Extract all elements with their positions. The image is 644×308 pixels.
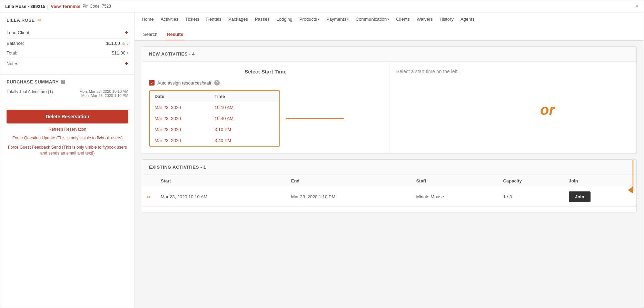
purchase-summary-badge[interactable]: i: [61, 80, 65, 84]
nav-packages[interactable]: Packages: [228, 16, 248, 22]
pin-code: Pin Code: 7528: [82, 4, 111, 9]
force-question-update-link[interactable]: Force Question Update (This is only visi…: [7, 135, 128, 141]
existing-activities-card: EXISTING ACTIVITIES - 1 Start End Staff …: [142, 159, 637, 212]
close-button[interactable]: ×: [636, 3, 639, 9]
time-row-date-2: Mar 23, 2020: [155, 127, 215, 132]
existing-table-header-row: Start End Staff Capacity Join: [142, 175, 636, 187]
force-feedback-send-link[interactable]: Force Guest Feedback Send (This is only …: [7, 145, 128, 156]
purchase-item-date1: Mon, Mar 23, 2020 10:10 AM: [79, 89, 128, 93]
time-row-date-0: Mar 23, 2020: [155, 105, 215, 110]
nav-waivers[interactable]: Waivers: [417, 16, 433, 22]
time-row-1[interactable]: Mar 23, 2020 10:40 AM: [150, 113, 279, 124]
edit-client-icon[interactable]: ✏: [38, 17, 42, 23]
time-row-time-3: 3:40 PM: [215, 138, 275, 143]
delete-reservation-button[interactable]: Delete Reservation: [7, 110, 128, 123]
balance-row: Balance: $11.00 ⚠ ›: [7, 39, 128, 48]
total-label: Total:: [7, 50, 17, 56]
view-terminal-link[interactable]: View Terminal: [51, 4, 80, 9]
existing-table-th-edit: [142, 175, 156, 187]
left-arrow-annotation: [286, 112, 348, 126]
nav-rentals[interactable]: Rentals: [206, 16, 221, 22]
sidebar-actions: Delete Reservation Refresh Reservation F…: [0, 104, 135, 161]
title-bar: Lilla Rose - 399215 | View Terminal Pin …: [0, 0, 644, 12]
balance-label: Balance:: [7, 41, 24, 46]
add-notes-icon[interactable]: +: [125, 60, 128, 67]
auto-assign-row: ✓ Auto assign resources/staff ?: [149, 80, 382, 86]
app-title: Lilla Rose - 399215: [5, 4, 45, 9]
col-date-header: Date: [155, 94, 215, 99]
nav-communication[interactable]: Communication ▾: [356, 16, 389, 22]
existing-start-0: Mar 23, 2020 10:10 AM: [156, 187, 286, 207]
time-row-time-1: 10:40 AM: [215, 116, 275, 121]
select-info-col: Select a start time on the left. or: [389, 62, 636, 153]
balance-arrow-icon[interactable]: ›: [127, 41, 128, 46]
tab-search[interactable]: Search: [142, 29, 159, 40]
sidebar: LILLA ROSE ✏ Lead Client: + Balance: $11…: [0, 12, 135, 308]
tab-results[interactable]: Results: [166, 29, 185, 40]
time-row-date-1: Mar 23, 2020: [155, 116, 215, 121]
nav-bar: Home Activities Tickets Rentals Packages…: [135, 12, 644, 26]
start-time-header: Select Start Time: [149, 69, 382, 74]
balance-value: $11.00: [106, 41, 120, 46]
auto-assign-checkbox[interactable]: ✓: [149, 80, 155, 86]
nav-passes[interactable]: Passes: [255, 16, 270, 22]
new-activities-body: Select Start Time ✓ Auto assign resource…: [142, 62, 636, 153]
payments-dropdown-arrow: ▾: [347, 17, 349, 21]
time-table-header: Date Time: [150, 91, 279, 102]
existing-capacity-0: 1 / 3: [498, 187, 564, 207]
lead-client-label: Lead Client:: [7, 30, 30, 35]
existing-table-th-join: Join: [564, 175, 636, 187]
start-time-col: Select Start Time ✓ Auto assign resource…: [142, 62, 389, 153]
warning-icon: ⚠: [121, 41, 126, 46]
time-row-time-2: 3:10 PM: [215, 127, 275, 132]
auto-assign-help-icon[interactable]: ?: [214, 80, 220, 86]
content-body: NEW ACTIVITIES - 4 Select Start Time ✓ A…: [135, 41, 644, 308]
edit-row-icon[interactable]: ✏: [147, 194, 151, 200]
nav-products[interactable]: Products ▾: [299, 16, 319, 22]
notes-row: Notes: +: [7, 58, 128, 69]
existing-activities-table: Start End Staff Capacity Join ✏: [142, 175, 636, 207]
time-row-0[interactable]: Mar 23, 2020 10:10 AM: [150, 102, 279, 113]
purchase-summary-title: PURCHASE SUMMARY: [7, 79, 59, 85]
nav-home[interactable]: Home: [142, 16, 154, 22]
or-label: or: [540, 102, 555, 118]
existing-activities-title: EXISTING ACTIVITIES - 1: [142, 160, 636, 175]
existing-activity-row-0: ✏ Mar 23, 2020 10:10 AM Mar 23, 2020 1:1…: [142, 187, 636, 207]
tabs-bar: Search Results: [135, 26, 644, 41]
nav-activities[interactable]: Activities: [161, 16, 178, 22]
content-area: Home Activities Tickets Rentals Packages…: [135, 12, 644, 308]
select-info-text: Select a start time on the left.: [396, 69, 459, 74]
nav-lodging[interactable]: Lodging: [277, 16, 293, 22]
refresh-reservation-link[interactable]: Refresh Reservation: [7, 127, 128, 132]
purchase-item: Totally Teal Adventure (1) Mon, Mar 23, …: [7, 88, 128, 99]
new-activities-card: NEW ACTIVITIES - 4 Select Start Time ✓ A…: [142, 46, 637, 154]
existing-staff-0: Minnie Mouse: [411, 187, 498, 207]
communication-dropdown-arrow: ▾: [387, 17, 389, 21]
existing-table-th-staff: Staff: [411, 175, 498, 187]
total-row: Total: $11.00 ›: [7, 48, 128, 58]
total-arrow-icon[interactable]: ›: [127, 50, 128, 56]
add-lead-client-icon[interactable]: +: [125, 29, 128, 36]
nav-agents[interactable]: Agents: [460, 16, 474, 22]
purchase-item-name: Totally Teal Adventure (1): [7, 89, 79, 94]
client-name: LILLA ROSE: [7, 18, 35, 23]
notes-label: Notes:: [7, 61, 20, 66]
nav-payments[interactable]: Payments ▾: [326, 16, 349, 22]
time-row-2[interactable]: Mar 23, 2020 3:10 PM: [150, 124, 279, 135]
new-activities-title: NEW ACTIVITIES - 4: [142, 47, 636, 62]
client-section: LILLA ROSE ✏ Lead Client: + Balance: $11…: [0, 12, 135, 74]
time-row-3[interactable]: Mar 23, 2020 3:40 PM: [150, 135, 279, 146]
col-time-header: Time: [215, 94, 275, 99]
time-table: Date Time Mar 23, 2020 10:10 AM Mar 23, …: [149, 90, 280, 147]
time-row-time-0: 10:10 AM: [215, 105, 275, 110]
join-button-0[interactable]: Join: [569, 191, 591, 202]
existing-table-th-start: Start: [156, 175, 286, 187]
time-row-date-3: Mar 23, 2020: [155, 138, 215, 143]
existing-end-0: Mar 23, 2020 1:10 PM: [286, 187, 412, 207]
nav-history[interactable]: History: [439, 16, 453, 22]
auto-assign-label: Auto assign resources/staff: [157, 80, 211, 86]
nav-tickets[interactable]: Tickets: [185, 16, 199, 22]
existing-table-th-capacity: Capacity: [498, 175, 564, 187]
nav-clients[interactable]: Clients: [396, 16, 410, 22]
purchase-summary-section: PURCHASE SUMMARY i Totally Teal Adventur…: [0, 74, 135, 104]
